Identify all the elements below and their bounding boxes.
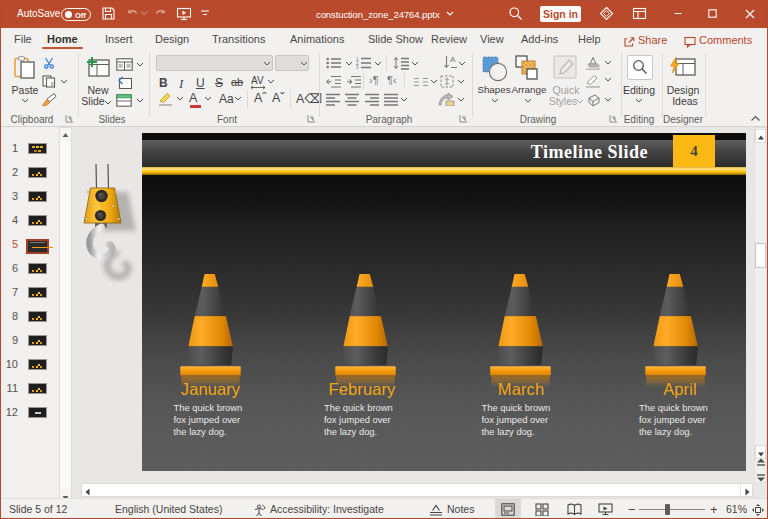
svg-text:A: A [450,55,456,64]
svg-text:3: 3 [356,65,359,69]
